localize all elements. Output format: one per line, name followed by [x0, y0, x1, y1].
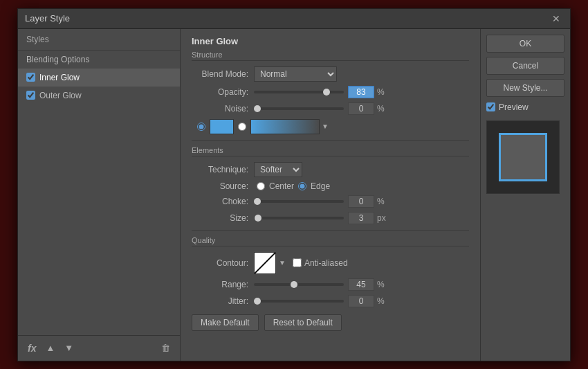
section-title-inner-glow: Inner Glow — [192, 36, 469, 46]
source-edge-radio[interactable] — [298, 182, 306, 190]
contour-label: Contour: — [192, 258, 254, 268]
preview-canvas — [486, 120, 560, 194]
contour-arrow-icon[interactable]: ▼ — [279, 259, 286, 267]
source-edge-label: Edge — [311, 181, 330, 191]
anti-aliased-checkbox[interactable] — [293, 258, 302, 267]
gradient-radio[interactable] — [238, 123, 246, 131]
right-panel: OK Cancel New Style... Preview — [480, 29, 570, 361]
quality-label: Quality — [192, 236, 469, 246]
move-up-icon[interactable]: ▲ — [43, 341, 57, 354]
preview-checkbox[interactable] — [486, 102, 495, 111]
color-swatch-row: ▼ — [197, 119, 469, 134]
color-swatch[interactable] — [210, 119, 234, 134]
fx-icon[interactable]: fx — [25, 341, 39, 355]
opacity-input[interactable]: 83 — [348, 86, 374, 98]
make-default-button[interactable]: Make Default — [192, 314, 259, 331]
noise-label: Noise: — [192, 104, 254, 114]
range-unit: % — [377, 280, 391, 289]
blend-mode-label: Blend Mode: — [192, 69, 254, 79]
action-buttons: Make Default Reset to Default — [192, 314, 469, 331]
jitter-label: Jitter: — [192, 296, 254, 306]
choke-row: Choke: 0 % — [192, 195, 469, 208]
range-slider[interactable] — [254, 283, 344, 286]
main-content: Inner Glow Structure Blend Mode: Normal … — [181, 29, 480, 361]
sidebar-item-outer-glow[interactable]: Outer Glow — [18, 87, 180, 105]
contour-thumbnail[interactable] — [254, 252, 276, 274]
elements-label: Elements — [192, 146, 469, 156]
gradient-swatch[interactable] — [250, 119, 320, 134]
elements-divider — [192, 230, 469, 231]
choke-label: Choke: — [192, 197, 254, 206]
move-down-icon[interactable]: ▼ — [62, 341, 76, 354]
choke-slider[interactable] — [254, 200, 344, 203]
styles-header: Styles — [18, 29, 180, 51]
noise-row: Noise: 0 % — [192, 102, 469, 115]
structure-divider — [192, 140, 469, 141]
source-options: Center Edge — [257, 181, 330, 191]
technique-label: Technique: — [192, 165, 254, 174]
contour-row: Contour: ▼ Anti-aliased — [192, 252, 469, 274]
sidebar-item-blending-options[interactable]: Blending Options — [18, 51, 180, 69]
choke-unit: % — [377, 197, 391, 206]
sidebar-item-inner-glow[interactable]: Inner Glow — [18, 69, 180, 87]
structure-label: Structure — [192, 51, 469, 61]
jitter-slider[interactable] — [254, 300, 344, 303]
solid-color-radio[interactable] — [197, 123, 205, 131]
opacity-slider[interactable] — [254, 91, 344, 93]
left-panel-footer: fx ▲ ▼ 🗑 — [18, 335, 180, 361]
anti-aliased-label: Anti-aliased — [293, 258, 348, 268]
size-label: Size: — [192, 213, 254, 223]
source-center-label: Center — [269, 181, 294, 191]
technique-row: Technique: Softer Precise — [192, 162, 469, 177]
noise-input[interactable]: 0 — [348, 102, 374, 115]
dialog-body: Styles Blending Options Inner Glow Outer… — [18, 29, 570, 361]
close-button[interactable]: ✕ — [549, 13, 563, 24]
preview-square — [499, 133, 547, 181]
range-label: Range: — [192, 280, 254, 289]
new-style-button[interactable]: New Style... — [486, 79, 564, 97]
technique-select[interactable]: Softer Precise — [254, 162, 302, 177]
jitter-unit: % — [377, 296, 391, 306]
noise-unit: % — [377, 104, 391, 114]
reset-to-default-button[interactable]: Reset to Default — [264, 314, 342, 331]
opacity-unit: % — [377, 87, 391, 97]
jitter-input[interactable]: 0 — [348, 295, 374, 307]
layer-style-dialog: Layer Style ✕ Styles Blending Options In… — [17, 8, 571, 361]
dialog-title: Layer Style — [25, 13, 70, 24]
gradient-arrow-icon[interactable]: ▼ — [322, 123, 329, 130]
left-panel: Styles Blending Options Inner Glow Outer… — [18, 29, 181, 361]
opacity-label: Opacity: — [192, 87, 254, 97]
source-center-radio[interactable] — [257, 182, 265, 190]
ok-button[interactable]: OK — [486, 35, 564, 53]
blend-mode-row: Blend Mode: Normal Dissolve Multiply Scr… — [192, 66, 469, 82]
size-slider[interactable] — [254, 217, 344, 219]
range-row: Range: 45 % — [192, 278, 469, 291]
inner-glow-checkbox[interactable] — [26, 73, 35, 82]
opacity-row: Opacity: 83 % — [192, 86, 469, 98]
jitter-row: Jitter: 0 % — [192, 295, 469, 307]
size-unit: px — [377, 213, 391, 223]
size-input[interactable]: 3 — [348, 212, 374, 224]
blend-mode-select[interactable]: Normal Dissolve Multiply Screen Overlay — [254, 66, 337, 82]
title-bar: Layer Style ✕ — [18, 9, 570, 29]
outer-glow-checkbox[interactable] — [26, 91, 35, 100]
choke-input[interactable]: 0 — [348, 195, 374, 208]
size-row: Size: 3 px — [192, 212, 469, 224]
source-label: Source: — [192, 181, 254, 191]
noise-slider[interactable] — [254, 107, 344, 110]
range-input[interactable]: 45 — [348, 278, 374, 291]
preview-label: Preview — [486, 101, 564, 114]
source-row: Source: Center Edge — [192, 181, 469, 191]
delete-icon[interactable]: 🗑 — [158, 341, 173, 354]
cancel-button[interactable]: Cancel — [486, 57, 564, 75]
